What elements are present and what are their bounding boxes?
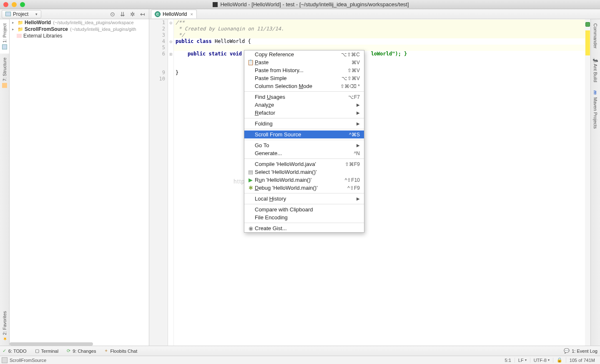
changes-tool-button[interactable]: ⟳ 9: Changes [67,348,96,354]
maven-icon: m [593,90,598,95]
menu-item-copy-reference[interactable]: Copy Reference⌥⇧⌘C [244,50,364,58]
event-log-icon: 💬 [564,348,570,354]
run-icon: ▶ [246,177,255,183]
changes-icon: ⟳ [67,348,70,354]
tree-item-root[interactable]: ▸ 📁 HelloWorld (~/study/intellij_idea_pl… [10,19,149,26]
menu-item-paste-simple[interactable]: Paste Simple⌥⇧⌘V [244,74,364,82]
terminal-tool-button[interactable]: ▢ Terminal [35,348,59,354]
file-encoding[interactable]: UTF-8▾ [530,358,553,363]
status-indicator-green[interactable] [585,22,590,27]
close-window-button[interactable] [3,2,8,7]
editor-context-menu[interactable]: Copy Reference⌥⇧⌘C📋Paste⌘VPaste from His… [244,50,364,233]
menu-item-file-encoding[interactable]: File Encoding [244,213,364,221]
tree-root-name: HelloWorld [25,20,51,25]
line-separator[interactable]: LF▾ [515,358,530,363]
menu-item-label: Compare with Clipboard [255,206,360,213]
menu-shortcut: ⌥F7 [348,94,360,100]
chevron-down-icon: ▾ [35,12,38,16]
todo-tool-button[interactable]: ✓ 6: TODO [3,348,27,354]
line-number: 9 [149,70,168,76]
tree-root-path: (~/study/intellij_idea_plugins/workspace [53,20,134,25]
menu-item-paste-from-history[interactable]: Paste from History...⇧⌘V [244,66,364,74]
menu-item-label: Paste [255,59,347,65]
menu-item-compile-helloworld-java[interactable]: Compile 'HelloWorld.java'⇧⌘F9 [244,160,364,168]
menu-item-label: Paste from History... [255,67,343,73]
menu-item-label: Copy Reference [255,51,337,58]
project-view-dropdown[interactable]: Project ▾ [2,10,41,18]
tree-item-scrollfromsource[interactable]: ▸ 📁 ScrollFromSource (~/study/intellij_i… [10,26,149,33]
scroll-from-source-icon[interactable]: ⊙ [108,10,117,18]
menu-shortcut: ^⇧F10 [345,177,360,183]
menu-item-paste[interactable]: 📋Paste⌘V [244,58,364,66]
collapse-all-icon[interactable]: ⇊ [118,10,127,18]
minimize-window-button[interactable] [12,2,17,7]
menu-item-label: Refactor [255,110,356,116]
menu-item-debug-helloworld-main[interactable]: ✱Debug 'HelloWorld.main()'^⇧F9 [244,184,364,192]
tree-item-libraries[interactable]: External Libraries [10,33,149,39]
menu-item-analyze[interactable]: Analyze▶ [244,101,364,109]
menu-item-label: Paste Simple [255,75,337,81]
fold-plus-icon[interactable]: ⊞ [168,51,173,57]
fold-minus-icon[interactable]: ⊖ [168,20,173,26]
settings-gear-icon[interactable]: ✲ [128,10,137,18]
code-text: } [176,70,178,75]
status-icon[interactable] [2,357,8,363]
floobits-icon: ✦ [104,348,108,354]
expand-arrow-icon[interactable]: ▸ [12,20,16,25]
expand-arrow-icon[interactable]: ▸ [12,27,16,31]
floobits-tool-button[interactable]: ✦ Floobits Chat [104,348,137,354]
menu-item-select-helloworld-main[interactable]: ▤Select 'HelloWorld.main()' [244,168,364,176]
menu-separator [244,118,364,118]
editor-tab-helloworld[interactable]: C HelloWorld × [151,10,197,18]
error-stripe[interactable] [585,19,590,346]
menu-item-find-usages[interactable]: Find Usages⌥F7 [244,93,364,101]
line-number-gutter: 1 2 3 4 5 6 9 10 [149,19,168,346]
sidebar-tab-maven[interactable]: m Maven Projects [591,86,600,133]
fold-gutter[interactable]: ⊖ ⊖ ⊞ [168,19,174,346]
window-title: HelloWorld - [HelloWorld] - test - [~/st… [220,1,409,8]
menu-item-refactor[interactable]: Refactor▶ [244,109,364,117]
project-label: Project [13,11,28,17]
event-log-button[interactable]: 💬 1: Event Log [564,348,597,354]
menu-shortcut: ^⌘S [349,132,360,138]
zoom-window-button[interactable] [20,2,25,7]
memory-indicator[interactable]: 105 of 741M [566,358,598,363]
sidebar-tab-project[interactable]: 1: Project [0,19,9,53]
menu-item-local-history[interactable]: Local History▶ [244,195,364,203]
project-tree[interactable]: ▸ 📁 HelloWorld (~/study/intellij_idea_pl… [10,19,149,346]
gist-icon: ◉ [246,225,255,231]
submenu-arrow-icon: ▶ [356,103,360,107]
menu-item-label: Folding [255,120,356,127]
sidebar-tab-favorites[interactable]: ★ 2: Favorites [0,307,9,346]
code-editor[interactable]: 1 2 3 4 5 6 9 10 ⊖ ⊖ ⊞ /** * Created by … [149,19,590,346]
menu-item-label: Generate... [255,150,350,156]
paste-icon: 📋 [246,59,255,65]
horizontal-scrollbar[interactable] [10,342,93,346]
menu-item-generate[interactable]: Generate...^N [244,149,364,157]
line-number: 3 [149,32,168,38]
menu-item-column-selection-mode[interactable]: Column Selection Mode⇧⌘⌫ * [244,82,364,90]
menu-item-label: Create Gist... [255,225,360,231]
menu-item-create-gist[interactable]: ◉Create Gist... [244,224,364,232]
warning-marker[interactable] [585,30,590,55]
fold-minus-icon[interactable]: ⊖ [168,38,173,45]
tab-filename: HelloWorld [163,11,187,17]
read-only-toggle[interactable]: 🔒 [553,357,566,363]
menu-separator [244,204,364,204]
breadcrumb[interactable]: ScrollFromSource [10,358,46,363]
menu-item-folding[interactable]: Folding▶ [244,120,364,128]
tab-close-icon[interactable]: × [190,12,193,17]
line-number [149,63,168,70]
sidebar-tab-ant-build[interactable]: 🐜 Ant Build [591,53,600,86]
menu-item-run-helloworld-main[interactable]: ▶Run 'HelloWorld.main()'^⇧F10 [244,176,364,184]
line-number: 2 [149,26,168,32]
caret-position[interactable]: 5:1 [502,358,515,363]
menu-item-compare-with-clipboard[interactable]: Compare with Clipboard [244,206,364,213]
hide-tool-window-icon[interactable]: ↤ [138,10,147,18]
menu-item-scroll-from-source[interactable]: Scroll From Source^⌘S [244,131,364,138]
submenu-arrow-icon: ▶ [356,143,360,148]
menu-item-go-to[interactable]: Go To▶ [244,141,364,149]
sidebar-tab-commander[interactable]: Commander [591,19,600,53]
right-tool-window-bar: Commander 🐜 Ant Build m Maven Projects [590,19,600,346]
sidebar-tab-structure[interactable]: 7: Structure [0,53,9,92]
